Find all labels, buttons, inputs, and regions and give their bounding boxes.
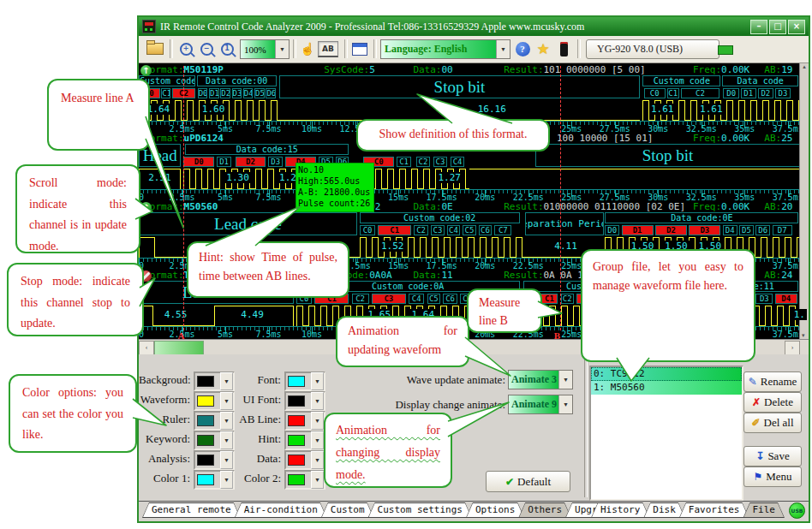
zoom-100-button[interactable]: 1 xyxy=(218,39,236,59)
tooltip-line: A-B: 21800.0us xyxy=(298,187,372,198)
measure-line-b[interactable] xyxy=(560,66,561,330)
chevron-down-icon[interactable] xyxy=(311,392,324,410)
favorite-button[interactable]: ★ xyxy=(534,39,552,59)
channel-header-item: Data:0E xyxy=(413,201,452,212)
device-label: YG-920 V8.0 (USB) xyxy=(597,43,683,56)
tab-options[interactable]: Options xyxy=(466,502,524,518)
maximize-button[interactable] xyxy=(769,20,786,34)
scroll-mode-icon[interactable]: ↑ xyxy=(140,65,152,76)
color-select[interactable] xyxy=(284,431,325,450)
del-all-button[interactable]: ✐Del all xyxy=(743,413,802,433)
tab-custom[interactable]: Custom xyxy=(321,502,374,518)
zoom-out-button[interactable]: − xyxy=(197,39,216,59)
close-button[interactable] xyxy=(788,20,805,34)
signal-bit-cell: C4 xyxy=(447,225,460,235)
signal-bit-cell: C4 xyxy=(451,157,463,167)
chevron-down-icon[interactable] xyxy=(558,371,572,389)
analysis-label: Stop bit xyxy=(535,144,800,167)
chevron-down-icon[interactable] xyxy=(311,471,324,489)
tab-disk[interactable]: Disk xyxy=(643,502,685,518)
title-bar[interactable]: IR Remote Control Code Analyzer 2009 - P… xyxy=(139,17,809,36)
tab-general-remote[interactable]: General remote xyxy=(142,502,241,518)
tab-file[interactable]: File xyxy=(743,502,785,518)
color-option-label: AB Line: xyxy=(228,413,281,426)
default-button[interactable]: ✔ Default xyxy=(486,471,570,492)
file-list-item[interactable]: 1: M50560 xyxy=(591,381,742,395)
callout-hint-time: Hint: show Time of pulse, time between A… xyxy=(187,241,349,298)
chevron-down-icon[interactable] xyxy=(558,395,572,413)
channel-header: Format:M50560SysCode:02Data:0EResult:010… xyxy=(139,201,800,212)
scroll-right-arrow[interactable] xyxy=(785,341,800,355)
color-select[interactable] xyxy=(284,371,325,391)
waveform-strip: 1.641.6016.161.611.61 xyxy=(139,100,800,121)
button-label: Save xyxy=(767,449,789,463)
color-swatch xyxy=(288,415,305,426)
callout-scroll-mode: Scroll mode: indicate this channel is in… xyxy=(15,164,140,253)
pulse-time-value: 1.27 xyxy=(436,172,463,183)
menu-button[interactable]: ⚑Menu xyxy=(743,467,802,487)
wave-update-animate-select[interactable]: Animate 3 xyxy=(508,370,573,389)
channel-header-item: Result:101 0000000 [5 00] xyxy=(504,64,646,75)
tab-air-condition[interactable]: Air-condition xyxy=(235,502,327,518)
signal-bit-cell: D4 xyxy=(243,88,254,98)
channel-header-item: Freq:0.00K xyxy=(693,133,749,144)
waveform-file-list[interactable]: 0: TC90121: M50560 xyxy=(589,366,743,501)
minimize-button[interactable] xyxy=(750,20,767,34)
display-change-animate-select[interactable]: Animate 9 xyxy=(508,395,573,414)
signal-bit-cell: C6 xyxy=(479,225,492,235)
color-swatch xyxy=(197,415,214,426)
pan-tool-button[interactable]: ☝ xyxy=(298,39,317,59)
button-label: Menu xyxy=(766,470,791,484)
scroll-mode-icon[interactable]: ↑ xyxy=(140,202,152,213)
cross-icon: ✗ xyxy=(752,397,761,407)
color-select[interactable] xyxy=(284,470,325,490)
help-button[interactable]: ? xyxy=(514,39,531,59)
ruler-tick-label: 5ms xyxy=(218,330,233,339)
rename-button[interactable]: ✎Rename xyxy=(743,371,802,392)
color-select[interactable] xyxy=(284,391,325,411)
device-button[interactable]: YG-920 V8.0 (USB) xyxy=(586,39,719,59)
chevron-down-icon[interactable] xyxy=(275,40,289,58)
open-file-button[interactable] xyxy=(144,39,166,59)
color-select[interactable] xyxy=(284,450,325,470)
signal-bit-cell: D3 xyxy=(775,88,791,98)
color-swatch xyxy=(288,474,305,485)
signal-bit-cell: C1 xyxy=(667,88,679,98)
window-title: IR Remote Control Code Analyzer 2009 - P… xyxy=(160,21,584,33)
callout-show-definition: Show definition of this format. xyxy=(356,119,550,152)
vertical-scrollbar[interactable] xyxy=(799,63,809,339)
chevron-down-icon[interactable] xyxy=(311,372,324,390)
signal-bit-cell: C1 xyxy=(161,88,170,98)
chevron-down-icon[interactable] xyxy=(311,451,324,469)
signal-bit-cell: D1 xyxy=(741,88,757,98)
language-select[interactable]: Language: English xyxy=(380,39,510,59)
save-button[interactable]: ↧Save xyxy=(743,446,802,467)
channel-header-item: Format:M50560 xyxy=(144,201,218,212)
color-option-label: Ruler: xyxy=(139,413,190,426)
measure-line-a[interactable] xyxy=(183,66,184,330)
signal-bit-cell: D5 xyxy=(739,225,754,235)
file-list-item[interactable]: 0: TC9012 xyxy=(591,367,742,381)
scrollbar-thumb[interactable] xyxy=(154,341,204,355)
tab-history[interactable]: History xyxy=(591,502,649,518)
color-select[interactable] xyxy=(284,411,325,431)
chevron-down-icon[interactable] xyxy=(496,40,510,58)
zoom-level-select[interactable]: 100% xyxy=(240,39,290,59)
signal-bit-cell: C5 xyxy=(427,294,440,304)
tab-others[interactable]: Others xyxy=(518,502,571,518)
display-mode-button[interactable] xyxy=(349,39,370,59)
pulse-time-value: 1.60 xyxy=(200,104,227,115)
tab-custom-settings[interactable]: Custom settings xyxy=(368,502,472,518)
ab-measure-button[interactable]: AB xyxy=(317,39,339,59)
measure-line-a-label: A xyxy=(177,330,184,339)
scroll-left-arrow[interactable] xyxy=(139,341,154,355)
remote-button[interactable] xyxy=(555,39,572,59)
chevron-down-icon[interactable] xyxy=(311,431,324,449)
analysis-label: Separation Period xyxy=(525,212,604,235)
delete-button[interactable]: ✗Delete xyxy=(743,392,802,413)
tab-favorites[interactable]: Favorites xyxy=(679,502,749,518)
chevron-down-icon[interactable] xyxy=(311,412,324,430)
toolbar: + − 1 100% ☝ AB Language: English ? ★ YG… xyxy=(139,36,809,63)
color-option-label: Keyword: xyxy=(139,432,190,446)
zoom-in-button[interactable]: + xyxy=(176,39,195,59)
